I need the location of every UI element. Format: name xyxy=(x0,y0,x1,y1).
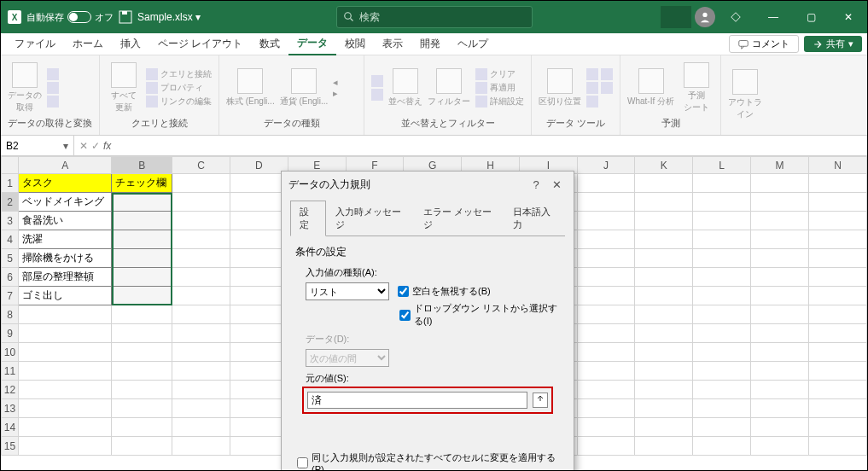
fx-icon[interactable]: fx xyxy=(103,140,111,152)
column-header-A[interactable]: A xyxy=(19,157,112,174)
ignore-blank-checkbox[interactable] xyxy=(398,286,409,297)
cell-K12[interactable] xyxy=(635,381,693,399)
cell-D5[interactable] xyxy=(230,249,288,268)
queries-connections[interactable]: クエリと接続 xyxy=(146,68,212,80)
cell-M3[interactable] xyxy=(750,212,808,230)
tab-help[interactable]: ヘルプ xyxy=(449,33,497,55)
cell-J8[interactable] xyxy=(577,305,635,324)
cell-D6[interactable] xyxy=(230,268,288,287)
cell-N2[interactable] xyxy=(809,193,867,212)
close-button[interactable]: ✕ xyxy=(831,2,865,32)
filename[interactable]: Sample.xlsx ▾ xyxy=(137,11,201,23)
cell-J4[interactable] xyxy=(577,230,635,249)
cell-A15[interactable] xyxy=(19,437,112,456)
cell-K9[interactable] xyxy=(635,324,693,343)
close-icon[interactable]: ✕ xyxy=(546,178,567,191)
cell-M10[interactable] xyxy=(750,343,808,362)
cell-D11[interactable] xyxy=(230,362,288,381)
cell-M5[interactable] xyxy=(750,249,808,268)
cell-D10[interactable] xyxy=(230,343,288,362)
cell-J15[interactable] xyxy=(577,437,635,456)
column-header-M[interactable]: M xyxy=(750,157,808,174)
cell-N5[interactable] xyxy=(809,249,867,268)
cell-K6[interactable] xyxy=(635,268,693,287)
cell-L1[interactable] xyxy=(693,174,751,193)
cell-A1[interactable]: タスク xyxy=(19,174,112,193)
cell-B9[interactable] xyxy=(112,324,172,343)
cell-C6[interactable] xyxy=(172,268,230,287)
cell-K11[interactable] xyxy=(635,362,693,381)
cell-M13[interactable] xyxy=(750,399,808,418)
cell-K1[interactable] xyxy=(635,174,693,193)
cell-D14[interactable] xyxy=(230,418,288,437)
advanced-filter[interactable]: 詳細設定 xyxy=(475,96,524,108)
cell-B1[interactable]: チェック欄 xyxy=(112,174,172,193)
cell-N1[interactable] xyxy=(809,174,867,193)
select-all-corner[interactable] xyxy=(2,157,19,174)
cell-A4[interactable]: 洗濯 xyxy=(19,230,112,249)
column-header-K[interactable]: K xyxy=(635,157,693,174)
row-header-3[interactable]: 3 xyxy=(2,212,19,230)
cell-C3[interactable] xyxy=(172,212,230,230)
cell-L9[interactable] xyxy=(693,324,751,343)
sort-button[interactable]: 並べ替え xyxy=(388,68,422,108)
minimize-button[interactable]: — xyxy=(756,2,790,32)
row-header-2[interactable]: 2 xyxy=(2,193,19,212)
row-header-1[interactable]: 1 xyxy=(2,174,19,193)
cell-A3[interactable]: 食器洗い xyxy=(19,212,112,230)
row-header-8[interactable]: 8 xyxy=(2,305,19,324)
cell-B7[interactable] xyxy=(112,287,172,305)
cell-D12[interactable] xyxy=(230,381,288,399)
share-button[interactable]: 共有 ▾ xyxy=(804,36,862,52)
cell-D2[interactable] xyxy=(230,193,288,212)
tab-home[interactable]: ホーム xyxy=(64,33,112,55)
cell-K15[interactable] xyxy=(635,437,693,456)
toggle-switch-icon[interactable] xyxy=(67,11,91,23)
cell-J1[interactable] xyxy=(577,174,635,193)
whatif-button[interactable]: What-If 分析 xyxy=(627,68,674,108)
row-header-9[interactable]: 9 xyxy=(2,324,19,343)
cell-B15[interactable] xyxy=(112,437,172,456)
currency-button[interactable]: 通貨 (Engli... xyxy=(280,68,329,108)
cell-C15[interactable] xyxy=(172,437,230,456)
cell-L10[interactable] xyxy=(693,343,751,362)
cell-D15[interactable] xyxy=(230,437,288,456)
cell-M15[interactable] xyxy=(750,437,808,456)
enter-fx-icon[interactable]: ✓ xyxy=(91,140,100,152)
cell-L13[interactable] xyxy=(693,399,751,418)
outline-button[interactable]: アウトラ イン xyxy=(728,69,762,120)
cell-B8[interactable] xyxy=(112,305,172,324)
cell-N3[interactable] xyxy=(809,212,867,230)
tab-developer[interactable]: 開発 xyxy=(411,33,449,55)
cell-M12[interactable] xyxy=(750,381,808,399)
cell-D13[interactable] xyxy=(230,399,288,418)
cell-J11[interactable] xyxy=(577,362,635,381)
cell-J7[interactable] xyxy=(577,287,635,305)
cell-M1[interactable] xyxy=(750,174,808,193)
tab-insert[interactable]: 挿入 xyxy=(112,33,149,55)
cell-J9[interactable] xyxy=(577,324,635,343)
cell-D9[interactable] xyxy=(230,324,288,343)
cell-A12[interactable] xyxy=(19,381,112,399)
in-cell-dropdown-checkbox[interactable] xyxy=(399,310,411,321)
autosave-toggle[interactable]: 自動保存 オフ xyxy=(26,11,114,24)
cell-M2[interactable] xyxy=(750,193,808,212)
cell-C4[interactable] xyxy=(172,230,230,249)
cell-C5[interactable] xyxy=(172,249,230,268)
tab-view[interactable]: 表示 xyxy=(374,33,411,55)
cell-D8[interactable] xyxy=(230,305,288,324)
apply-all-checkbox[interactable] xyxy=(297,457,308,468)
edit-links[interactable]: リンクの編集 xyxy=(146,96,212,108)
cell-B3[interactable] xyxy=(112,212,172,230)
cell-N10[interactable] xyxy=(809,343,867,362)
cell-J6[interactable] xyxy=(577,268,635,287)
cell-M8[interactable] xyxy=(750,305,808,324)
allow-select[interactable]: リスト xyxy=(306,282,389,300)
cell-N12[interactable] xyxy=(809,381,867,399)
restore-button[interactable]: ▢ xyxy=(794,2,828,32)
cell-N7[interactable] xyxy=(809,287,867,305)
cell-C2[interactable] xyxy=(172,193,230,212)
cell-M4[interactable] xyxy=(750,230,808,249)
cell-L8[interactable] xyxy=(693,305,751,324)
dialog-tab-settings[interactable]: 設定 xyxy=(290,201,326,236)
